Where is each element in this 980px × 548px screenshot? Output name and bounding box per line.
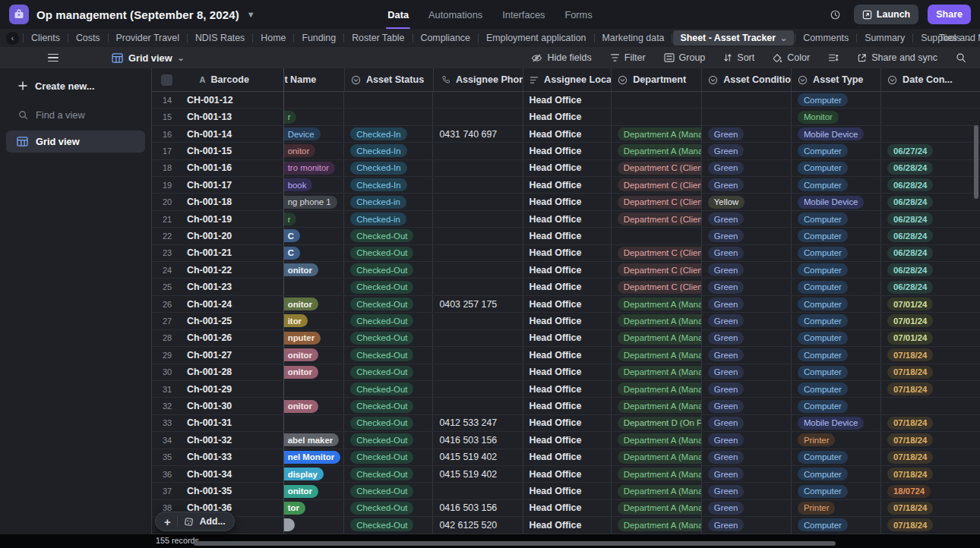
cell-assignee-phone[interactable] (433, 177, 523, 193)
cell-asset-type[interactable]: Computer (792, 262, 881, 278)
cell-assignee-phone[interactable] (433, 330, 523, 346)
filter-button[interactable]: Filter (610, 52, 646, 63)
row-number[interactable]: 16 (152, 126, 181, 142)
cell-date[interactable]: 06/28/24 (881, 262, 980, 278)
sheet-tab-employment-application[interactable]: Employment application (479, 29, 593, 47)
row-number[interactable]: 27 (152, 313, 181, 329)
cell-assignee-location[interactable]: Head Office (523, 245, 612, 261)
search-button[interactable] (956, 52, 966, 63)
cell-asset-type[interactable]: Computer (792, 211, 881, 227)
cell-asset-name[interactable]: tor (284, 500, 345, 516)
cell-date[interactable]: 07/18/24 (881, 415, 980, 431)
cell-assignee-location[interactable]: Head Office (523, 177, 612, 193)
cell-asset-status[interactable]: Checked-In (344, 177, 433, 193)
cell-asset-status[interactable]: Checked-Out (344, 483, 433, 499)
cell-assignee-phone[interactable]: 0403 257 175 (433, 296, 523, 312)
cell-department[interactable]: Department A (Manag... (612, 381, 702, 397)
cell-barcode[interactable]: Ch-001-26 (181, 330, 284, 346)
cell-assignee-location[interactable]: Head Office (523, 347, 612, 363)
cell-asset-condition[interactable]: Green (702, 347, 792, 363)
share-button[interactable]: Share (928, 5, 971, 24)
cell-date[interactable]: 07/01/24 (881, 296, 980, 312)
cell-date[interactable]: 07/18/24 (881, 466, 980, 482)
cell-date[interactable] (881, 92, 980, 108)
cell-date[interactable]: 07/18/24 (881, 347, 980, 363)
cell-asset-name[interactable]: nputer (284, 330, 345, 346)
cell-asset-status[interactable]: Checked-Out (344, 262, 433, 278)
cell-asset-status[interactable]: Checked-Out (344, 347, 433, 363)
cell-asset-condition[interactable]: Green (702, 262, 792, 278)
cell-asset-type[interactable]: Computer (792, 177, 881, 193)
cell-assignee-phone[interactable]: 0416 503 156 (433, 500, 523, 516)
cell-asset-status[interactable]: Checked-In (344, 143, 433, 159)
nav-tab-interfaces[interactable]: Interfaces (502, 0, 545, 29)
row-number[interactable]: 34 (152, 432, 181, 448)
cell-barcode[interactable]: Ch-001-18 (181, 194, 284, 209)
cell-assignee-location[interactable]: Head Office (523, 364, 612, 380)
cell-assignee-location[interactable]: Head Office (523, 483, 612, 499)
sheet-tab-costs[interactable]: Costs (69, 29, 107, 47)
cell-asset-condition[interactable]: Green (702, 177, 792, 193)
cell-asset-status[interactable]: Checked-In (344, 126, 433, 142)
sheet-tab-comments[interactable]: Comments (796, 29, 855, 47)
column-header-date[interactable]: Date Con... (881, 68, 980, 91)
cell-barcode[interactable]: Ch-001-17 (181, 177, 284, 193)
row-number[interactable]: 33 (152, 415, 181, 431)
cell-asset-status[interactable]: Checked-Out (344, 500, 433, 516)
cell-date[interactable] (881, 126, 980, 142)
cell-asset-type[interactable]: Computer (792, 347, 881, 363)
select-all-checkbox[interactable] (161, 74, 172, 86)
cell-assignee-phone[interactable] (433, 211, 523, 227)
cell-asset-name[interactable] (284, 381, 345, 397)
cell-department[interactable]: Department A (Manag... (612, 517, 702, 533)
cell-assignee-phone[interactable] (433, 262, 523, 278)
cell-assignee-phone[interactable]: 042 6125 520 (433, 517, 523, 533)
cell-assignee-phone[interactable] (433, 398, 523, 414)
cell-date[interactable]: 07/18/24 (881, 500, 980, 516)
cell-barcode[interactable]: Ch-001-33 (181, 449, 284, 465)
cell-asset-condition[interactable]: Green (702, 126, 792, 142)
cell-assignee-location[interactable]: Head Office (523, 228, 612, 244)
nav-tab-automations[interactable]: Automations (428, 0, 482, 29)
cell-asset-status[interactable]: Checked-Out (344, 466, 433, 482)
cell-barcode[interactable]: Ch-001-24 (181, 296, 284, 312)
cell-barcode[interactable]: Ch-001-22 (181, 262, 284, 278)
cell-asset-status[interactable]: Checked-Out (344, 449, 433, 465)
cell-asset-condition[interactable]: Green (702, 313, 792, 329)
cell-barcode[interactable]: Ch-001-35 (181, 483, 284, 499)
cell-department[interactable]: Department A (Manag... (612, 432, 702, 448)
column-header-barcode[interactable]: ABarcode (181, 68, 285, 91)
tools-menu[interactable]: Tools ⌄ (931, 33, 972, 43)
cell-assignee-location[interactable]: Head Office (523, 194, 612, 209)
cell-date[interactable]: 06/27/24 (881, 143, 980, 159)
cell-asset-name[interactable]: onitor (284, 296, 345, 312)
cell-barcode[interactable]: Ch-001-13 (181, 109, 284, 124)
cell-date[interactable]: 07/18/24 (881, 517, 980, 533)
column-header-loc[interactable]: Assignee Location (523, 68, 612, 91)
cell-date[interactable]: 18/0724 (881, 483, 980, 499)
cell-date[interactable]: 07/01/24 (881, 330, 980, 346)
column-header-select-all[interactable] (152, 68, 181, 91)
cell-asset-status[interactable] (344, 109, 433, 124)
cell-assignee-phone[interactable] (433, 160, 523, 176)
sidebar-item-grid-view[interactable]: Grid view (6, 131, 145, 153)
cell-asset-name[interactable]: onitor (284, 347, 345, 363)
cell-asset-name[interactable]: nel Monitor (284, 449, 345, 465)
sheet-tab-home[interactable]: Home (254, 29, 292, 47)
share-sync-button[interactable]: Share and sync (857, 52, 937, 63)
row-number[interactable]: 22 (152, 228, 181, 244)
cell-date[interactable]: 06/28/24 (881, 228, 980, 244)
cell-asset-status[interactable]: Checked-Out (344, 432, 433, 448)
cell-barcode[interactable]: Ch-001-25 (181, 313, 284, 329)
cell-assignee-phone[interactable] (433, 381, 523, 397)
cell-asset-type[interactable]: Computer (792, 364, 881, 380)
view-switcher[interactable]: Grid view ⌄ (112, 52, 185, 64)
cell-asset-type[interactable]: Computer (792, 449, 881, 465)
column-header-type[interactable]: Asset Type (792, 68, 881, 91)
history-button[interactable] (827, 5, 845, 24)
cell-assignee-phone[interactable]: 0416 503 156 (433, 432, 523, 448)
cell-asset-condition[interactable]: Green (702, 500, 792, 516)
cell-barcode[interactable]: Ch-001-21 (181, 245, 284, 261)
cell-asset-condition[interactable]: Green (702, 381, 792, 397)
sheet-tab-clients[interactable]: Clients (24, 29, 67, 47)
